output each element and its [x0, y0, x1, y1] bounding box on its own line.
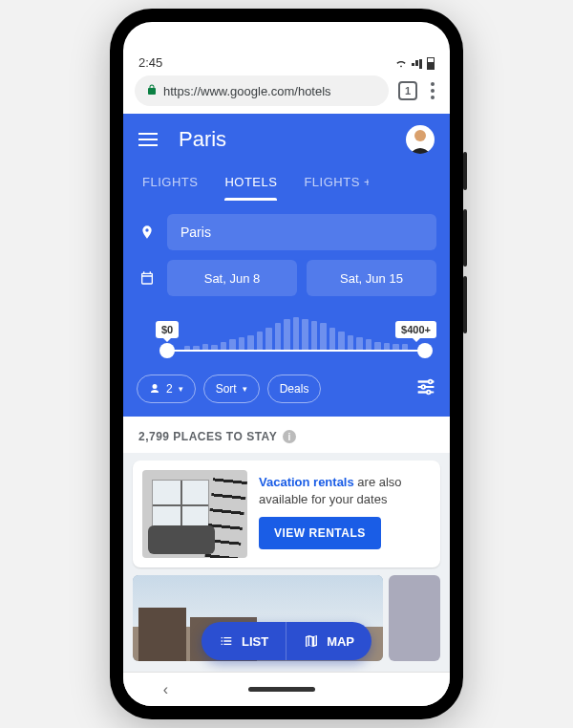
calendar-icon	[137, 270, 158, 286]
tab-hotels[interactable]: HOTELS	[211, 165, 290, 201]
search-panel: Paris Sat, Jun 8 Sat, Jun 15	[123, 201, 450, 373]
gallery-image[interactable]	[389, 575, 440, 661]
destination-input[interactable]: Paris	[167, 214, 436, 250]
screen: 2:45 https://www.google.com/hotels 1	[123, 22, 450, 706]
volume-down-button	[463, 276, 467, 333]
tune-filters-icon[interactable]	[415, 376, 436, 401]
back-button[interactable]: ‹	[163, 681, 168, 698]
signal-icon	[412, 59, 423, 69]
wifi-icon	[394, 59, 408, 69]
slider-max-label: $400+	[395, 321, 436, 338]
overflow-menu-icon[interactable]	[427, 82, 438, 99]
volume-up-button	[463, 209, 467, 267]
vacation-rentals-card: Vacation rentals are also available for …	[133, 460, 440, 567]
results-count: 2,799 PLACES TO STAY i	[123, 417, 450, 453]
svg-point-4	[421, 385, 425, 389]
slider-handle-max[interactable]	[417, 343, 433, 358]
status-time: 2:45	[138, 55, 162, 70]
info-icon[interactable]: i	[283, 430, 296, 443]
android-nav-bar: ‹	[123, 672, 450, 706]
check-out-field[interactable]: Sat, Jun 15	[307, 260, 436, 296]
map-view-button[interactable]: MAP	[286, 622, 371, 660]
guests-chip[interactable]: 2 ▾	[137, 375, 196, 403]
price-histogram	[184, 317, 408, 350]
url-text: https://www.google.com/hotels	[163, 84, 331, 98]
avatar[interactable]	[406, 125, 435, 154]
tab-count-button[interactable]: 1	[398, 81, 417, 100]
home-pill[interactable]	[248, 687, 315, 692]
hotels-header: Paris FLIGHTS HOTELS FLIGHTS + HOTELS Pa…	[123, 114, 450, 417]
map-icon	[304, 633, 319, 649]
browser-url-bar: https://www.google.com/hotels 1	[123, 75, 450, 114]
hamburger-menu-icon[interactable]	[138, 133, 158, 146]
svg-point-3	[429, 380, 433, 384]
tab-flights-hotels[interactable]: FLIGHTS + HOTELS	[290, 165, 369, 201]
slider-track	[163, 350, 429, 352]
location-pin-icon	[137, 225, 158, 240]
results-area: 2,799 PLACES TO STAY i Vacation rentals …	[123, 417, 450, 672]
phone-frame: 2:45 https://www.google.com/hotels 1	[110, 9, 463, 719]
url-field[interactable]: https://www.google.com/hotels	[135, 75, 389, 106]
battery-icon	[427, 57, 435, 70]
sort-chip[interactable]: Sort ▾	[203, 375, 260, 403]
list-icon	[219, 633, 234, 649]
page-title: Paris	[179, 127, 226, 152]
chevron-down-icon: ▾	[243, 384, 247, 394]
card-text: Vacation rentals are also available for …	[259, 474, 431, 507]
list-view-button[interactable]: LIST	[202, 622, 286, 660]
deals-chip[interactable]: Deals	[267, 375, 322, 403]
filter-chips: 2 ▾ Sort ▾ Deals	[123, 373, 450, 417]
slider-min-label: $0	[156, 321, 179, 338]
power-button	[463, 152, 467, 190]
price-slider[interactable]: $0 $400+	[163, 306, 429, 363]
category-tabs: FLIGHTS HOTELS FLIGHTS + HOTELS	[123, 165, 450, 201]
tab-flights[interactable]: FLIGHTS	[129, 165, 211, 201]
view-toggle: LIST MAP	[202, 622, 371, 660]
lock-icon	[146, 84, 158, 98]
status-icons	[394, 57, 435, 70]
status-bar: 2:45	[123, 22, 450, 75]
svg-point-5	[427, 391, 431, 395]
person-icon	[149, 383, 160, 395]
check-in-field[interactable]: Sat, Jun 8	[167, 260, 297, 296]
view-rentals-button[interactable]: VIEW RENTALS	[259, 517, 381, 549]
slider-handle-min[interactable]	[159, 343, 175, 358]
chevron-down-icon: ▾	[179, 384, 183, 394]
card-thumbnail	[142, 470, 247, 558]
